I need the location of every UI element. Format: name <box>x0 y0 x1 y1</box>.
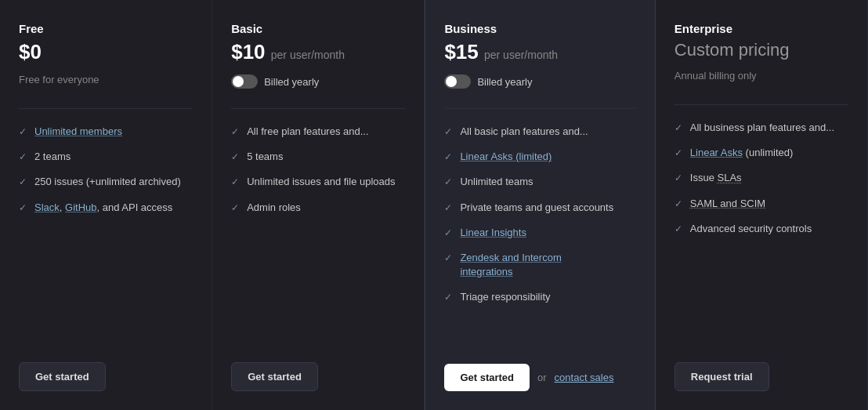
plan-free-subtitle: Free for everyone <box>19 74 193 89</box>
feature-item: ✓ Slack, GitHub, and API access <box>19 201 193 215</box>
billing-toggle-track-business[interactable] <box>444 74 471 89</box>
cta-business: Get started or contact sales <box>444 364 635 391</box>
feature-text: Linear Insights <box>460 226 526 240</box>
plan-free: Free $0 Free for everyone ✓ Unlimited me… <box>0 0 212 410</box>
billing-toggle-thumb-basic <box>233 76 244 87</box>
cta-basic: Get started <box>231 362 405 391</box>
feature-item: ✓ 2 teams <box>19 150 193 164</box>
feature-item: ✓ Zendesk and Intercomintegrations <box>444 251 635 279</box>
feature-text: Linear Asks (limited) <box>460 150 552 164</box>
feature-text: All business plan features and... <box>690 121 834 135</box>
feature-text: Unlimited members <box>34 125 122 139</box>
feature-text: Linear Asks (unlimited) <box>690 146 794 160</box>
github-link[interactable]: GitHub <box>65 201 96 213</box>
feature-text: All basic plan features and... <box>460 125 588 139</box>
business-get-started-button[interactable]: Get started <box>444 364 530 391</box>
plan-enterprise-price: Custom pricing <box>675 40 848 60</box>
billing-toggle-basic: Billed yearly <box>231 74 405 89</box>
check-icon: ✓ <box>444 227 452 240</box>
check-icon: ✓ <box>19 201 27 215</box>
basic-get-started-button[interactable]: Get started <box>231 362 318 391</box>
features-free: ✓ Unlimited members ✓ 2 teams ✓ 250 issu… <box>19 125 193 343</box>
plan-business-name: Business <box>444 22 635 35</box>
check-icon: ✓ <box>675 198 682 211</box>
feature-item: ✓ Advanced security controls <box>675 222 848 236</box>
feature-item: ✓ All business plan features and... <box>675 121 848 135</box>
check-icon: ✓ <box>444 125 452 139</box>
check-icon: ✓ <box>444 291 452 304</box>
feature-text: SAML and SCIM <box>690 197 765 211</box>
feature-item: ✓ All basic plan features and... <box>444 125 635 139</box>
check-icon: ✓ <box>19 151 27 164</box>
feature-item: ✓ Issue SLAs <box>675 171 848 185</box>
check-icon: ✓ <box>444 151 452 164</box>
feature-text: All free plan features and... <box>247 125 368 139</box>
check-icon: ✓ <box>444 201 452 215</box>
feature-text: 5 teams <box>247 150 283 164</box>
plan-business: Business $15 per user/month Billed yearl… <box>425 0 655 410</box>
check-icon: ✓ <box>675 223 682 236</box>
divider-business <box>444 108 635 109</box>
divider-basic <box>231 108 405 109</box>
feature-item: ✓ Admin roles <box>231 201 405 215</box>
feature-item: ✓ Linear Asks (unlimited) <box>675 146 848 160</box>
feature-text: Triage responsibility <box>460 290 550 304</box>
feature-text: Admin roles <box>247 201 301 215</box>
features-enterprise: ✓ All business plan features and... ✓ Li… <box>675 121 848 343</box>
slack-link[interactable]: Slack <box>34 201 60 213</box>
feature-text: Issue SLAs <box>690 171 742 185</box>
enterprise-request-trial-button[interactable]: Request trial <box>675 362 769 391</box>
plan-basic-price-suffix: per user/month <box>271 49 345 61</box>
feature-text: Unlimited teams <box>460 175 533 189</box>
saml-scim-text: SAML and SCIM <box>690 198 765 209</box>
feature-text: 2 teams <box>34 150 71 164</box>
plan-basic-price: $10 per user/month <box>231 40 405 64</box>
plan-basic-name: Basic <box>231 22 405 35</box>
linear-insights-link[interactable]: Linear Insights <box>460 227 526 238</box>
divider-enterprise <box>675 104 848 105</box>
billing-toggle-business: Billed yearly <box>444 74 635 89</box>
cta-free: Get started <box>19 362 193 391</box>
check-icon: ✓ <box>675 122 682 135</box>
free-get-started-button[interactable]: Get started <box>19 362 106 391</box>
or-text: or <box>537 372 547 383</box>
feature-item: ✓ Linear Insights <box>444 226 635 240</box>
feature-item: ✓ 5 teams <box>231 150 405 164</box>
linear-asks-link[interactable]: Linear Asks (limited) <box>460 151 552 162</box>
billing-label-basic: Billed yearly <box>264 76 319 88</box>
plan-free-price: $0 <box>19 40 193 64</box>
check-icon: ✓ <box>231 151 239 164</box>
unlimited-members-link[interactable]: Unlimited members <box>34 125 122 137</box>
divider-free <box>19 108 193 109</box>
feature-item: ✓ Unlimited issues and file uploads <box>231 175 405 189</box>
check-icon: ✓ <box>444 176 452 189</box>
check-icon: ✓ <box>231 176 239 189</box>
feature-text: Unlimited issues and file uploads <box>247 175 395 189</box>
feature-item: ✓ Private teams and guest accounts <box>444 201 635 215</box>
billing-label-business: Billed yearly <box>477 76 532 88</box>
features-business: ✓ All basic plan features and... ✓ Linea… <box>444 125 635 345</box>
feature-item: ✓ Unlimited members <box>19 125 193 139</box>
feature-item: ✓ Linear Asks (limited) <box>444 150 635 164</box>
contact-sales-link[interactable]: contact sales <box>555 372 614 383</box>
billing-toggle-track-basic[interactable] <box>231 74 258 89</box>
check-icon: ✓ <box>231 125 239 139</box>
linear-asks-unlimited-link[interactable]: Linear Asks <box>690 147 743 158</box>
zendesk-intercom-link[interactable]: Zendesk and Intercomintegrations <box>460 252 561 278</box>
plan-enterprise: Enterprise Custom pricing Annual billing… <box>656 0 868 410</box>
feature-text: 250 issues (+unlimited archived) <box>34 175 181 189</box>
feature-item: ✓ 250 issues (+unlimited archived) <box>19 175 193 189</box>
feature-item: ✓ Unlimited teams <box>444 175 635 189</box>
plan-business-price: $15 per user/month <box>444 40 635 64</box>
feature-text: Slack, GitHub, and API access <box>34 201 172 215</box>
plan-free-name: Free <box>19 22 193 35</box>
check-icon: ✓ <box>19 176 27 189</box>
plan-enterprise-name: Enterprise <box>675 22 848 35</box>
plans-container: Free $0 Free for everyone ✓ Unlimited me… <box>0 0 868 410</box>
feature-text: Zendesk and Intercomintegrations <box>460 251 561 279</box>
plan-basic: Basic $10 per user/month Billed yearly ✓… <box>212 0 425 410</box>
slas-text: SLAs <box>717 172 741 183</box>
features-basic: ✓ All free plan features and... ✓ 5 team… <box>231 125 405 343</box>
plan-enterprise-subtitle: Annual billing only <box>675 70 848 85</box>
feature-item: ✓ SAML and SCIM <box>675 197 848 211</box>
